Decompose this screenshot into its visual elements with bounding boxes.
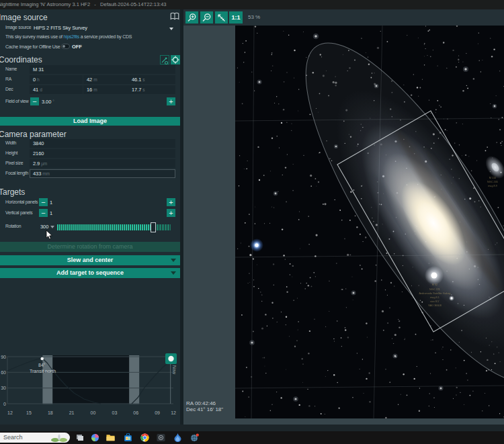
svg-text:mag 8.9: mag 8.9	[488, 185, 497, 187]
svg-text:03: 03	[112, 410, 118, 415]
svg-text:30: 30	[1, 386, 6, 390]
svg-text:mag 8.1: mag 8.1	[430, 296, 439, 299]
svg-text:15: 15	[26, 410, 32, 415]
svg-text:0: 0	[3, 402, 6, 406]
svg-text:12: 12	[7, 410, 13, 415]
svg-text:60: 60	[1, 370, 6, 375]
svg-text:NGC 221: NGC 221	[429, 288, 440, 291]
svg-text:Transit north: Transit north	[30, 369, 56, 373]
svg-text:M 32: M 32	[432, 283, 437, 286]
svg-text:size 8.5': size 8.5'	[430, 300, 439, 303]
svg-text:00: 00	[91, 410, 96, 415]
svg-text:Andromeda Satellite Galaxy: Andromeda Satellite Galaxy	[419, 292, 450, 295]
svg-text:NGC 205: NGC 205	[487, 181, 498, 183]
svg-text:90: 90	[1, 355, 6, 359]
svg-text:Now: Now	[172, 365, 177, 374]
svg-text:12: 12	[171, 410, 176, 415]
svg-text:84°: 84°	[38, 363, 46, 367]
svg-text:09: 09	[155, 410, 160, 415]
svg-text:M 110: M 110	[489, 177, 496, 179]
svg-text:06: 06	[133, 410, 138, 415]
svg-text:21: 21	[69, 410, 75, 415]
svg-text:18: 18	[48, 410, 53, 415]
svg-text:SAO 36608: SAO 36608	[428, 304, 442, 307]
